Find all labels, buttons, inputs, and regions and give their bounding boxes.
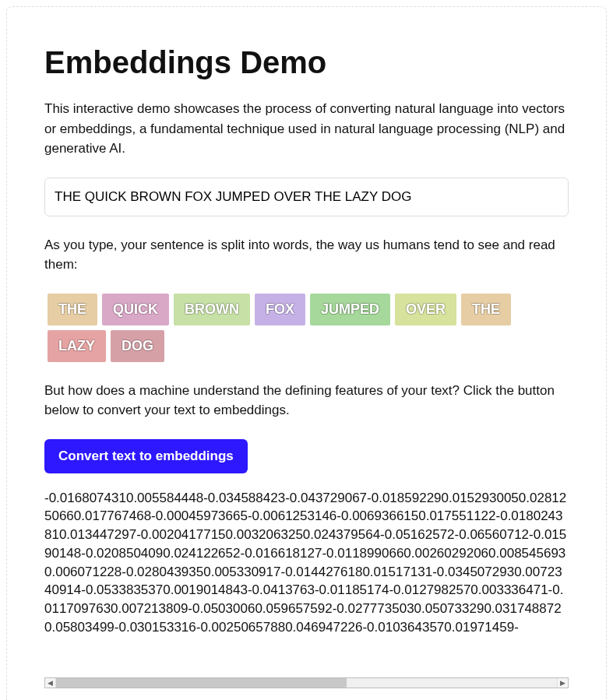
token-jumped-4: JUMPED (310, 294, 390, 325)
token-brown-2: BROWN (174, 294, 250, 325)
scroll-track[interactable] (56, 678, 557, 688)
token-lazy-7: LAZY (48, 330, 106, 362)
convert-button[interactable]: Convert text to embeddings (44, 439, 248, 473)
token-list: THEQUICKBROWNFOXJUMPEDOVERTHELAZYDOG (44, 294, 569, 362)
token-fox-3: FOX (255, 294, 305, 325)
demo-container: Embeddings Demo This interactive demo sh… (6, 6, 607, 700)
horizontal-scrollbar[interactable]: ◀ ▶ (44, 677, 569, 688)
machine-caption: But how does a machine understand the de… (44, 381, 569, 420)
intro-text: This interactive demo showcases the proc… (44, 99, 569, 159)
token-the-6: THE (461, 294, 511, 325)
token-the-0: THE (48, 294, 97, 325)
page-title: Embeddings Demo (44, 44, 569, 80)
sentence-input[interactable] (44, 178, 569, 216)
token-quick-1: QUICK (102, 294, 169, 325)
token-dog-8: DOG (111, 330, 164, 362)
scroll-thumb[interactable] (56, 678, 347, 688)
scroll-right-arrow-icon[interactable]: ▶ (557, 678, 568, 688)
embedding-output-wrap: -0.0168074310.005584448-0.034588423-0.04… (44, 489, 569, 688)
embedding-output[interactable]: -0.0168074310.005584448-0.034588423-0.04… (44, 489, 569, 676)
token-over-5: OVER (395, 294, 456, 325)
scroll-left-arrow-icon[interactable]: ◀ (45, 678, 56, 688)
split-caption: As you type, your sentence is split into… (44, 235, 569, 275)
